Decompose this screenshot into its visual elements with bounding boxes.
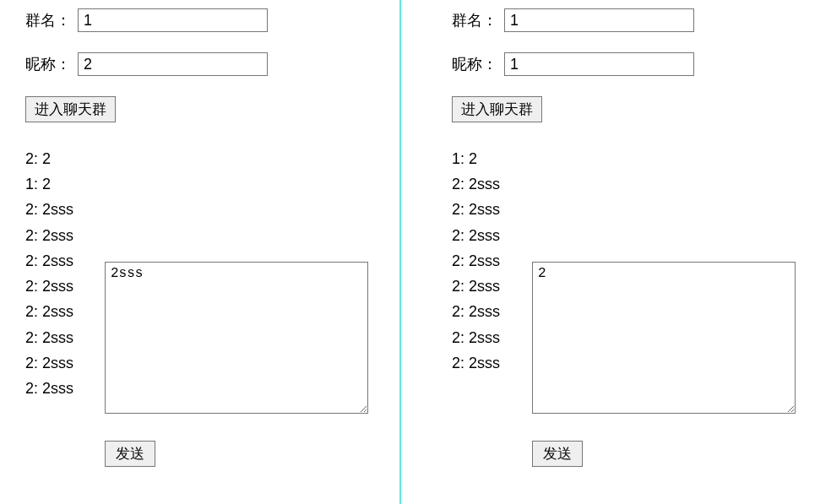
compose-area: 发送 — [105, 262, 368, 467]
message-item: 2: 2sss — [25, 197, 374, 222]
group-name-row: 群名： — [452, 8, 806, 32]
enter-chat-button[interactable]: 进入聊天群 — [25, 96, 116, 122]
left-panel: 群名： 昵称： 进入聊天群 2: 2 1: 2 2: 2sss 2: 2sss … — [0, 0, 401, 504]
group-name-label: 群名： — [25, 10, 78, 30]
nickname-input[interactable] — [504, 52, 694, 76]
message-textarea[interactable] — [105, 262, 368, 414]
message-item: 1: 2 — [25, 171, 374, 197]
send-button[interactable]: 发送 — [105, 441, 155, 467]
group-name-input[interactable] — [504, 8, 694, 32]
nickname-label: 昵称： — [452, 54, 504, 74]
message-item: 1: 2 — [452, 146, 806, 171]
message-item: 2: 2sss — [452, 197, 806, 222]
nickname-row: 昵称： — [452, 52, 806, 76]
compose-area: 发送 — [532, 262, 796, 467]
send-button[interactable]: 发送 — [532, 441, 583, 467]
message-item: 2: 2sss — [452, 171, 806, 197]
nickname-input[interactable] — [78, 52, 268, 76]
nickname-label: 昵称： — [25, 54, 78, 74]
message-item: 2: 2sss — [452, 223, 806, 248]
nickname-row: 昵称： — [25, 52, 374, 76]
enter-chat-button[interactable]: 进入聊天群 — [452, 96, 542, 122]
message-item: 2: 2 — [25, 146, 374, 171]
message-item: 2: 2sss — [25, 223, 374, 248]
message-textarea[interactable] — [532, 262, 796, 414]
group-name-input[interactable] — [78, 8, 268, 32]
group-name-label: 群名： — [452, 10, 504, 30]
right-panel: 群名： 昵称： 进入聊天群 1: 2 2: 2sss 2: 2sss 2: 2s… — [401, 0, 831, 504]
group-name-row: 群名： — [25, 8, 374, 32]
